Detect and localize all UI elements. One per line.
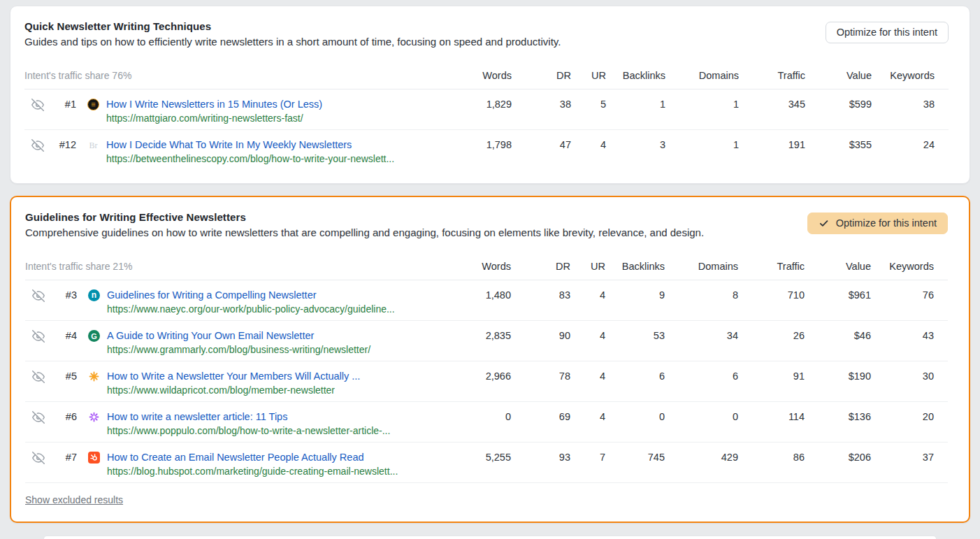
eye-off-icon [31,99,44,111]
result-text-block: How to write a newsletter article: 11 Ti… [107,410,390,438]
result-text-block: Guidelines for Writing a Compelling News… [107,288,395,316]
column-header-domains: Domains [665,69,739,82]
traffic-value: 26 [738,329,805,343]
domains-link[interactable]: 429 [665,450,738,464]
keywords-link[interactable]: 30 [871,369,948,383]
ur-value: 5 [571,97,606,111]
intent-header-text: Quick Newsletter Writing Techniques Guid… [24,20,561,48]
backlinks-link[interactable]: 53 [605,329,665,343]
result-text-block: How I Write Newsletters in 15 Minutes (O… [106,97,322,125]
column-header-keywords: Keywords [871,259,948,273]
intent-card-header: Quick Newsletter Writing Techniques Guid… [24,20,949,48]
intent-description: Comprehensive guidelines on how to write… [25,227,704,238]
keywords-link[interactable]: 43 [871,329,948,343]
result-row: #3 Guidelines for Writing a Compelling N… [25,280,948,321]
words-value: 5,255 [441,450,511,464]
result-url-link[interactable]: https://www.poppulo.com/blog/how-to-writ… [107,424,390,438]
wildapricot-favicon [88,371,100,382]
next-intent-card-peek [43,536,937,539]
domains-link[interactable]: 6 [665,369,738,383]
keywords-link[interactable]: 38 [872,97,949,111]
result-url-link[interactable]: https://blog.hubspot.com/marketing/guide… [107,465,398,478]
column-header-words: Words [441,259,511,273]
backlinks-link[interactable]: 9 [605,288,665,302]
backlinks-link[interactable]: 745 [605,450,665,464]
column-header-backlinks: Backlinks [605,259,665,273]
grammarly-favicon [88,330,100,342]
hide-result-button[interactable] [32,452,45,464]
show-excluded-results-link[interactable]: Show excluded results [25,494,123,505]
hide-result-button[interactable] [32,411,45,424]
words-value: 1,480 [441,288,511,302]
poppulo-favicon [88,411,100,423]
result-url-link[interactable]: https://www.wildapricot.com/blog/member-… [107,384,360,397]
backlinks-link[interactable]: 0 [605,410,665,424]
result-url-link[interactable]: https://www.naeyc.org/our-work/public-po… [107,303,395,316]
table-header-row: Intent's traffic share 21% Words DR UR B… [25,252,948,280]
dr-value: 93 [511,450,570,464]
intent-card-header: Guidelines for Writing Effective Newslet… [25,211,948,238]
result-title-link[interactable]: A Guide to Writing Your Own Email Newsle… [107,329,370,343]
result-row: #1 How I Write Newsletters in 15 Minutes… [24,89,949,130]
intent-header-text: Guidelines for Writing Effective Newslet… [25,211,704,238]
column-header-value: Value [805,69,872,82]
eye-off-icon [32,330,45,343]
result-row: #6 How to write a newsletter article: 11… [25,402,948,443]
result-url-link[interactable]: https://betweenthelinescopy.com/blog/how… [106,152,394,166]
eye-off-icon [32,371,45,383]
result-title-link[interactable]: Guidelines for Writing a Compelling News… [107,288,395,302]
result-text-block: How to Create an Email Newsletter People… [107,450,398,478]
hide-result-button[interactable] [32,289,45,302]
keywords-link[interactable]: 20 [871,410,948,424]
position-badge: #1 [51,97,76,111]
table-header-row: Intent's traffic share 76% Words DR UR B… [24,62,949,89]
words-value: 0 [441,410,511,424]
dr-value: 47 [512,138,571,152]
result-title-link[interactable]: How I Decide What To Write In My Weekly … [106,138,394,152]
column-header-ur: UR [570,259,605,273]
position-badge: #7 [52,450,77,464]
betweenthelinescopy-favicon [87,139,99,151]
backlinks-link[interactable]: 6 [605,369,665,383]
result-name-cell: #7 How to Create an Email Newsletter Peo… [25,450,441,478]
eye-off-icon [32,411,45,424]
optimize-intent-button[interactable]: Optimize for this intent [826,22,949,43]
domains-link[interactable]: 1 [665,97,739,111]
backlinks-link[interactable]: 1 [606,97,665,111]
intent-title: Guidelines for Writing Effective Newslet… [25,211,704,223]
result-title-link[interactable]: How to Create an Email Newsletter People… [107,450,398,464]
result-title-link[interactable]: How I Write Newsletters in 15 Minutes (O… [106,97,322,111]
hide-result-button[interactable] [32,371,45,383]
words-value: 2,835 [441,329,511,343]
keywords-link[interactable]: 76 [871,288,948,302]
value-value: $961 [805,288,871,302]
keywords-link[interactable]: 24 [872,138,949,152]
result-url-link[interactable]: https://mattgiaro.com/writing-newsletter… [106,112,322,125]
column-header-ur: UR [571,69,606,82]
result-name-cell: #5 How to Write a Newsletter Your Member… [25,369,441,397]
domains-link[interactable]: 1 [665,138,739,152]
optimize-intent-label: Optimize for this intent [837,27,937,38]
traffic-value: 91 [738,369,805,383]
value-value: $46 [805,329,871,343]
result-title-link[interactable]: How to Write a Newsletter Your Members W… [107,369,360,383]
result-text-block: A Guide to Writing Your Own Email Newsle… [107,329,370,357]
intent-card-guidelines: Guidelines for Writing Effective Newslet… [10,196,970,523]
column-header-keywords: Keywords [872,69,949,82]
result-url-link[interactable]: https://www.grammarly.com/blog/business-… [107,343,370,357]
backlinks-link[interactable]: 3 [606,138,665,152]
result-title-link[interactable]: How to write a newsletter article: 11 Ti… [107,410,390,424]
hide-result-button[interactable] [31,139,44,152]
hide-result-button[interactable] [32,330,45,343]
hide-result-button[interactable] [31,99,44,111]
optimize-intent-button-selected[interactable]: Optimize for this intent [807,213,948,234]
traffic-value: 345 [739,97,805,111]
ur-value: 4 [570,369,605,383]
check-icon [819,218,829,229]
domains-link[interactable]: 34 [665,329,738,343]
keywords-link[interactable]: 37 [871,450,948,464]
result-name-cell: #4 A Guide to Writing Your Own Email New… [25,329,441,357]
column-header-traffic: Traffic [738,259,805,273]
domains-link[interactable]: 0 [665,410,738,424]
domains-link[interactable]: 8 [665,288,738,302]
